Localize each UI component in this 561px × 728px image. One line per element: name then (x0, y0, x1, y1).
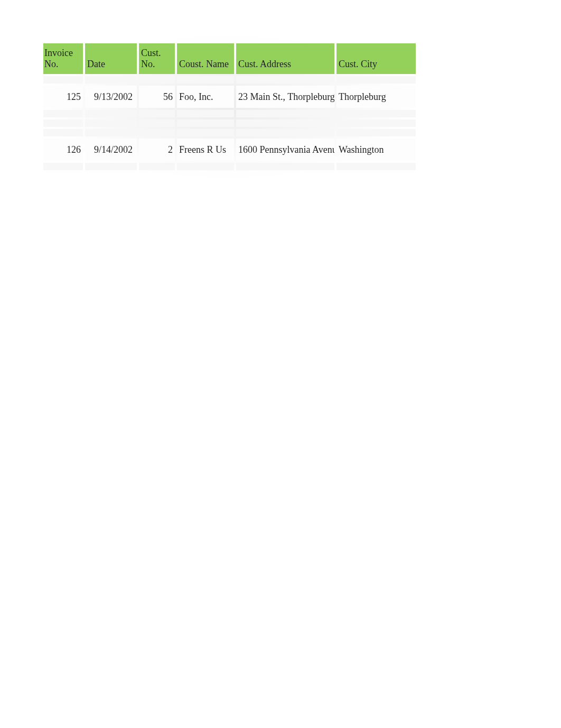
cell-cust-name: Freens R Us (177, 139, 234, 161)
cell-empty (85, 163, 137, 170)
table-row-empty (43, 110, 416, 117)
invoice-table: Invoice No. Date Cust. No. Coust. Name C… (41, 41, 418, 172)
cell-empty (85, 119, 137, 127)
header-cust-name: Coust. Name (177, 43, 234, 74)
cell-invoice-no: 126 (43, 139, 83, 161)
header-invoice-no: Invoice No. (43, 43, 83, 74)
cell-empty (85, 110, 137, 117)
cell-cust-city: Thorpleburg (336, 86, 416, 108)
cell-date: 9/14/2002 (85, 139, 137, 161)
cell-empty (139, 110, 175, 117)
cell-cust-no: 2 (139, 139, 175, 161)
cell-cust-name: Foo, Inc. (177, 86, 234, 108)
cell-empty (85, 76, 137, 84)
cell-empty (43, 110, 83, 117)
cell-empty (236, 110, 334, 117)
cell-date: 9/13/2002 (85, 86, 137, 108)
cell-empty (139, 129, 175, 136)
cell-empty (177, 110, 234, 117)
cell-cust-address: 1600 Pennsylvania Avenue (236, 139, 334, 161)
table-row-empty (43, 129, 416, 136)
cell-empty (139, 119, 175, 127)
cell-empty (336, 129, 416, 136)
table-row: 125 9/13/2002 56 Foo, Inc. 23 Main St., … (43, 86, 416, 108)
cell-empty (177, 129, 234, 136)
cell-empty (139, 76, 175, 84)
table-row: 126 9/14/2002 2 Freens R Us 1600 Pennsyl… (43, 139, 416, 161)
cell-empty (85, 129, 137, 136)
cell-empty (43, 129, 83, 136)
cell-cust-no: 56 (139, 86, 175, 108)
header-date: Date (85, 43, 137, 74)
cell-cust-city: Washington (336, 139, 416, 161)
table-row-empty (43, 163, 416, 170)
cell-empty (336, 110, 416, 117)
cell-invoice-no: 125 (43, 86, 83, 108)
cell-empty (139, 163, 175, 170)
cell-empty (336, 119, 416, 127)
table-row-empty (43, 119, 416, 127)
cell-empty (43, 119, 83, 127)
invoice-table-container: Invoice No. Date Cust. No. Coust. Name C… (41, 41, 414, 172)
cell-empty (177, 76, 234, 84)
header-cust-address: Cust. Address (236, 43, 334, 74)
header-cust-city: Cust. City (336, 43, 416, 74)
cell-empty (43, 76, 83, 84)
cell-empty (236, 119, 334, 127)
table-row-empty (43, 76, 416, 84)
cell-cust-address: 23 Main St., Thorpleburg (236, 86, 334, 108)
header-cust-no: Cust. No. (139, 43, 175, 74)
table-header-row: Invoice No. Date Cust. No. Coust. Name C… (43, 43, 416, 74)
cell-empty (236, 76, 334, 84)
cell-empty (336, 163, 416, 170)
cell-empty (177, 119, 234, 127)
cell-empty (236, 129, 334, 136)
cell-empty (177, 163, 234, 170)
cell-empty (43, 163, 83, 170)
cell-empty (236, 163, 334, 170)
cell-empty (336, 76, 416, 84)
